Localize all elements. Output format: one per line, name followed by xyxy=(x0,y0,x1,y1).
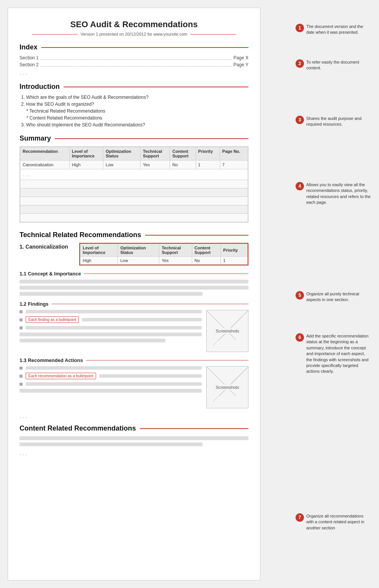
content-text-line-2 xyxy=(20,442,203,446)
bullet-line-2 xyxy=(82,318,202,321)
screenshot-inner-1: Screenshots xyxy=(207,310,248,352)
actions-subsection-header: 1.3 Recommended Actions xyxy=(20,357,248,363)
index-page-2: Page Y xyxy=(234,62,248,67)
ann-text-5: Organize all purely technical aspects in… xyxy=(306,291,371,303)
cell-tech-1: Yes xyxy=(140,161,170,169)
summary-row-1: Canonicalization High Low Yes No 1 7 xyxy=(20,161,248,169)
canon-priority: 1 xyxy=(221,257,247,265)
summary-empty-2 xyxy=(20,188,248,197)
index-dots-2 xyxy=(40,66,232,67)
ann-circle-3: 3 xyxy=(296,116,304,124)
intro-item-3: * Technical Related Recommendations xyxy=(21,108,248,114)
canon-table: Level ofImportance OptimizationStatus Te… xyxy=(80,244,248,265)
summary-empty-3 xyxy=(20,197,248,205)
cell-cont-1: No xyxy=(170,161,196,169)
findings-list: Each finding as a bulletpoint xyxy=(20,310,202,352)
ann-circle-2: 2 xyxy=(296,59,304,68)
ann-circle-7: 7 xyxy=(296,513,304,522)
tech-ellipsis: . . . xyxy=(20,413,248,419)
annotation-7: 7 Organize all recommendations with a co… xyxy=(296,513,371,531)
index-ellipsis: . . . xyxy=(20,70,248,76)
content-text-lines xyxy=(20,436,248,446)
empty-cell-2 xyxy=(20,188,248,197)
col-optimization: OptimizationStatus xyxy=(103,147,140,161)
action-bullet-3 xyxy=(20,382,202,386)
summary-header-line xyxy=(55,138,248,139)
actions-label: 1.3 Recommended Actions xyxy=(20,357,83,363)
col-priority: Priority xyxy=(196,147,220,161)
empty-cell-3 xyxy=(20,197,248,205)
intro-item-1: 1. Which are the goals of the SEO Audit … xyxy=(21,95,248,100)
col-content: ContentSupport xyxy=(170,147,196,161)
content-header-line xyxy=(140,428,248,429)
annotation-5: 5 Organize all purely technical aspects … xyxy=(296,291,371,303)
cell-pri-1: 1 xyxy=(196,161,220,169)
col-level: Level ofImportance xyxy=(69,147,103,161)
intro-list: 1. Which are the goals of the SEO Audit … xyxy=(20,95,248,128)
document-title-block: SEO Audit & Recommendations xyxy=(20,20,248,29)
findings-content: Each finding as a bulletpoint Screenshot… xyxy=(20,310,248,352)
summary-row-ellipsis: . . . xyxy=(20,169,248,180)
action-sq-3 xyxy=(20,383,23,386)
ann-text-3: Shares the audit purpose and required re… xyxy=(306,116,371,128)
annotations-container: 1 The document version and the date when… xyxy=(260,0,375,588)
actions-content: Each recommendation as a bulletpoint Scr… xyxy=(20,366,248,408)
ann-text-1: The document version and the date when i… xyxy=(306,24,371,36)
intro-item-2: 2. How the SEO Audit is organized? xyxy=(21,102,248,107)
index-section-2: Section 2 xyxy=(20,62,39,67)
intro-item-4: * Content Related Recommendations xyxy=(21,115,248,121)
empty-cell-1 xyxy=(20,180,248,188)
concept-label: 1.1 Concept & Importance xyxy=(20,271,81,277)
ann-text-6: Add the specific recommendation status a… xyxy=(306,333,371,375)
canon-col-opt: OptimizationStatus xyxy=(118,244,159,257)
content-text-line-1 xyxy=(20,436,248,440)
canon-table-wrapper: Level ofImportance OptimizationStatus Te… xyxy=(79,243,248,265)
doc-title: SEO Audit & Recommendations xyxy=(20,20,248,29)
ann-circle-5: 5 xyxy=(296,291,304,300)
bullet-sq-3 xyxy=(20,326,23,329)
text-line-3 xyxy=(20,292,203,296)
index-title: Index xyxy=(20,43,38,51)
action-line-2 xyxy=(99,374,202,378)
bullet-line-1 xyxy=(26,310,202,313)
index-page-1: Page X xyxy=(234,55,248,61)
annotation-4: 4 Allows you to easily view all the reco… xyxy=(296,182,371,206)
main-document: SEO Audit & Recommendations Version 1 pr… xyxy=(8,8,260,580)
canon-data-row: High Low Yes No 1 xyxy=(80,257,248,265)
tech-header-line xyxy=(145,235,248,236)
findings-subsection-header: 1.2 Findings xyxy=(20,301,248,307)
annotation-2: 2 To refer easily the document content. xyxy=(296,59,371,71)
canon-level: High xyxy=(80,257,118,265)
summary-title: Summary xyxy=(20,134,51,142)
tech-section-header: Technical Related Recommendations xyxy=(20,231,248,239)
ann-circle-1: 1 xyxy=(296,24,304,32)
finding-bullet-3 xyxy=(20,326,202,329)
action-sq-1 xyxy=(20,367,23,370)
finding-bullet-2: Each finding as a bulletpoint xyxy=(20,316,202,323)
bullet-sq-2 xyxy=(20,318,23,321)
action-sq-2 xyxy=(20,375,23,378)
summary-table: Recommendation Level ofImportance Optimi… xyxy=(20,147,248,222)
canonicalization-block: 1. Canonicalization Level ofImportance O… xyxy=(20,243,248,408)
actions-line xyxy=(86,360,248,360)
cell-level-1: High xyxy=(69,161,103,169)
summary-empty-4 xyxy=(20,205,248,214)
text-line-2 xyxy=(20,286,248,290)
screenshot-inner-2: Screenshots xyxy=(207,367,248,408)
col-recommendation: Recommendation xyxy=(20,147,70,161)
subtitle-line-right xyxy=(190,34,236,34)
annotation-1: 1 The document version and the date when… xyxy=(296,24,371,36)
content-title: Content Related Recommendations xyxy=(20,424,136,432)
intro-title: Introduction xyxy=(20,83,60,91)
action-label-box: Each recommendation as a bulletpoint xyxy=(26,373,96,379)
cell-opt-1: Low xyxy=(103,161,140,169)
empty-cell-5 xyxy=(20,214,248,222)
findings-label: 1.2 Findings xyxy=(20,301,49,307)
canon-content: No xyxy=(192,257,221,265)
intro-header-line xyxy=(64,87,248,87)
ann-text-4: Allows you to easily view all the recomm… xyxy=(306,182,371,206)
action-bullet-2: Each recommendation as a bulletpoint xyxy=(20,373,202,379)
col-technical: TechnicalSupport xyxy=(140,147,170,161)
ann-circle-6: 6 xyxy=(296,333,304,342)
canon-row: 1. Canonicalization Level ofImportance O… xyxy=(20,243,248,265)
